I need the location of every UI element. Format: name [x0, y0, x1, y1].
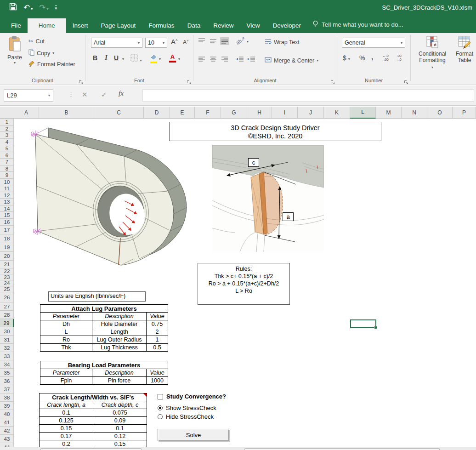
row-header-20[interactable]: 20: [0, 252, 14, 261]
copy-button[interactable]: Copy▾: [28, 49, 54, 57]
cell[interactable]: 1: [147, 336, 168, 344]
font-dialog-launcher-icon[interactable]: [187, 78, 191, 83]
formula-bar-splitter[interactable]: ⋮: [68, 91, 74, 98]
cell[interactable]: Lug Outer Radius: [92, 336, 147, 344]
column-header-H[interactable]: H: [247, 107, 272, 119]
row-header-1[interactable]: 1: [0, 119, 14, 125]
column-header[interactable]: Value: [147, 369, 168, 377]
cell[interactable]: 0.5: [147, 344, 168, 352]
cell[interactable]: Fpin: [40, 377, 92, 385]
borders-button[interactable]: ▾: [130, 54, 142, 63]
cell[interactable]: Dh: [40, 320, 92, 328]
row-header-15[interactable]: 15: [0, 212, 14, 219]
sheet-tab[interactable]: [40, 448, 142, 450]
shrink-font-button[interactable]: A˅: [183, 39, 189, 46]
cell[interactable]: 0.09: [93, 417, 147, 425]
column-header-L[interactable]: L: [350, 107, 376, 119]
tab-home[interactable]: Home: [28, 18, 66, 33]
column-header[interactable]: Description: [92, 313, 147, 320]
orientation-dropdown-icon[interactable]: ▾: [247, 40, 249, 44]
undo-dropdown-icon[interactable]: ▾: [31, 7, 33, 11]
row-header-36[interactable]: 36: [0, 377, 14, 385]
formula-input[interactable]: [142, 89, 474, 102]
align-right-icon[interactable]: [220, 55, 229, 63]
row-header-6[interactable]: 6: [0, 152, 14, 159]
italic-button[interactable]: I: [102, 54, 110, 62]
study-convergence-checkbox[interactable]: Study Convergence?: [158, 393, 249, 400]
row-header-4[interactable]: 4: [0, 139, 14, 145]
underline-dropdown-icon[interactable]: ▾: [122, 57, 124, 61]
tab-page-layout[interactable]: Page Layout: [95, 18, 142, 33]
column-header-J[interactable]: J: [298, 107, 324, 119]
cell[interactable]: Length: [92, 328, 147, 336]
undo-button[interactable]: ↶▾: [23, 3, 33, 12]
redo-button[interactable]: ↷▾: [39, 3, 48, 12]
column-header[interactable]: Parameter: [40, 369, 92, 377]
paste-dropdown-icon[interactable]: ▾: [5, 61, 25, 65]
row-header-13[interactable]: 13: [0, 199, 14, 205]
column-header-K[interactable]: K: [324, 107, 350, 119]
row-header-22[interactable]: 22: [0, 268, 14, 274]
name-box-dropdown-icon[interactable]: ▾: [48, 93, 50, 97]
row-header-25[interactable]: 25: [0, 286, 14, 292]
row-header-32[interactable]: 32: [0, 344, 14, 352]
cell[interactable]: 0.12: [93, 433, 147, 440]
cell[interactable]: 1000: [147, 377, 168, 385]
tab-data[interactable]: Data: [181, 18, 207, 33]
fill-color-button[interactable]: [150, 53, 157, 63]
radio-unselected-icon[interactable]: [158, 414, 163, 419]
row-header-11[interactable]: 11: [0, 185, 14, 192]
column-header-B[interactable]: B: [39, 107, 94, 119]
row-header-29[interactable]: 29: [0, 319, 14, 327]
increase-decimal-icon[interactable]: ←.0.00: [382, 54, 389, 62]
row-header-42[interactable]: 42: [0, 427, 14, 435]
underline-button[interactable]: U: [112, 54, 120, 62]
row-header-39[interactable]: 39: [0, 402, 14, 410]
paste-button[interactable]: Paste ▾: [5, 36, 25, 65]
fill-color-dropdown-icon[interactable]: ▾: [159, 57, 161, 61]
cell[interactable]: 0.1: [93, 425, 147, 433]
column-header[interactable]: Description: [92, 369, 147, 377]
align-bottom-icon[interactable]: [220, 37, 229, 45]
selected-cell-L29[interactable]: [350, 319, 376, 328]
copy-dropdown-icon[interactable]: ▾: [52, 51, 54, 55]
row-header-33[interactable]: 33: [0, 352, 14, 360]
align-left-icon[interactable]: [197, 55, 206, 63]
tell-me-box[interactable]: Tell me what you want to do...: [307, 17, 408, 33]
cell[interactable]: Thk: [40, 344, 92, 352]
column-header-P[interactable]: P: [453, 107, 476, 119]
font-color-button[interactable]: A: [169, 52, 176, 63]
cell[interactable]: 0.1: [40, 409, 93, 417]
insert-function-icon[interactable]: fx: [119, 90, 124, 97]
radio-selected-icon[interactable]: [158, 405, 163, 410]
decrease-indent-icon[interactable]: [235, 55, 244, 63]
row-header-14[interactable]: 14: [0, 205, 14, 212]
row-header-2[interactable]: 2: [0, 125, 14, 132]
cut-button[interactable]: ✂Cut: [28, 38, 45, 45]
clipboard-dialog-launcher-icon[interactable]: [79, 78, 83, 83]
percent-format-button[interactable]: %: [359, 54, 365, 62]
column-header-G[interactable]: G: [221, 107, 247, 119]
cell[interactable]: 2: [147, 328, 168, 336]
row-header-18[interactable]: 18: [0, 234, 14, 243]
row-header-24[interactable]: 24: [0, 280, 14, 286]
font-name-combo[interactable]: Arial▾: [91, 38, 142, 48]
solve-button[interactable]: Solve: [158, 429, 229, 441]
row-header-23[interactable]: 23: [0, 274, 14, 280]
row-header-31[interactable]: 31: [0, 336, 14, 344]
row-header-43[interactable]: 43: [0, 435, 14, 443]
save-icon[interactable]: [9, 3, 17, 13]
row-header-7[interactable]: 7: [0, 159, 14, 165]
wrap-text-button[interactable]: Wrap Text: [265, 39, 300, 46]
cell[interactable]: Pin force: [92, 377, 147, 385]
row-header-28[interactable]: 28: [0, 311, 14, 319]
cell[interactable]: Ro: [40, 336, 92, 344]
name-box[interactable]: L29 ▾: [4, 89, 53, 102]
column-header-O[interactable]: O: [427, 107, 453, 119]
row-header-27[interactable]: 27: [0, 302, 14, 311]
borders-dropdown-icon[interactable]: ▾: [140, 58, 142, 63]
row-header-3[interactable]: 3: [0, 132, 14, 139]
row-header-37[interactable]: 37: [0, 385, 14, 393]
tab-view[interactable]: View: [240, 18, 266, 33]
tab-file[interactable]: File: [5, 18, 28, 33]
